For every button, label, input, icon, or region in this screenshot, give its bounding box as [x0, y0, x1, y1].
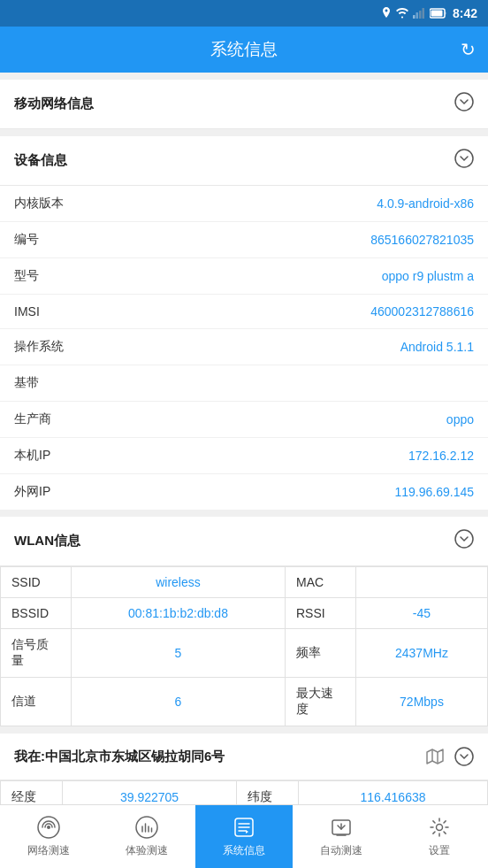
- device-info-row: IMSI460002312788616: [0, 295, 488, 329]
- svg-point-11: [455, 748, 473, 765]
- device-info-row: 型号oppo r9 plustm a: [0, 258, 488, 295]
- device-row-value: 460002312788616: [370, 304, 474, 319]
- rssi-value: -45: [355, 598, 487, 629]
- mobile-network-header[interactable]: 移动网络信息: [0, 80, 488, 129]
- device-info-chevron[interactable]: [454, 149, 474, 173]
- location-chevron-icon[interactable]: [454, 747, 474, 766]
- device-row-label: 生产商: [14, 411, 76, 427]
- wlan-table: SSID wireless MAC BSSID 00:81:1b:b2:db:d…: [0, 566, 488, 726]
- nav-label-system-info: 系统信息: [223, 843, 265, 858]
- svg-point-7: [455, 150, 473, 167]
- device-info-row: 生产商oppo: [0, 402, 488, 438]
- content-area: 移动网络信息 设备信息 内核版本4.0.9-android-x86编号86516…: [0, 80, 488, 868]
- status-icons: [381, 7, 447, 19]
- signal-label: 信号质量: [1, 629, 72, 678]
- header-title: 系统信息: [210, 38, 278, 61]
- experience-test-icon: [134, 815, 159, 840]
- bottom-nav: 网络测速 体验测速 系统信息 自动测速 设置: [0, 804, 488, 868]
- wlan-chevron[interactable]: [454, 529, 474, 553]
- svg-point-22: [436, 825, 442, 831]
- device-info-row: 编号865166027821035: [0, 222, 488, 258]
- nav-item-experience-test[interactable]: 体验测速: [97, 805, 194, 868]
- device-row-value: oppo: [446, 412, 474, 426]
- bssid-label: BSSID: [1, 598, 72, 629]
- wlan-title: WLAN信息: [14, 533, 80, 549]
- device-row-value: 172.16.2.12: [408, 449, 474, 463]
- device-row-value: 119.96.69.145: [394, 485, 474, 499]
- battery-icon: [430, 8, 447, 19]
- nav-label-network-test: 网络测速: [27, 843, 70, 858]
- nav-label-auto-test: 自动测速: [320, 843, 362, 858]
- nav-label-experience-test: 体验测速: [126, 843, 168, 858]
- location-icons-group: [424, 746, 474, 767]
- signal-value: 5: [72, 629, 286, 678]
- nav-item-network-test[interactable]: 网络测速: [0, 805, 97, 868]
- location-header: 我在:中国北京市东城区锡拉胡同6号: [0, 734, 488, 780]
- mobile-network-chevron[interactable]: [454, 92, 474, 116]
- device-info-section: 设备信息 内核版本4.0.9-android-x86编号865166027821…: [0, 136, 488, 510]
- device-row-value: 4.0.9-android-x86: [377, 196, 474, 211]
- location-icon: [381, 7, 392, 19]
- device-info-row: 本机IP172.16.2.12: [0, 438, 488, 474]
- device-info-row: 内核版本4.0.9-android-x86: [0, 186, 488, 222]
- channel-label: 信道: [1, 678, 72, 726]
- nav-item-system-info[interactable]: 系统信息: [195, 805, 293, 868]
- svg-rect-2: [419, 11, 422, 19]
- signal-icon: [413, 8, 425, 19]
- device-row-label: 基带: [14, 375, 76, 391]
- settings-icon: [427, 815, 452, 840]
- svg-rect-0: [413, 15, 416, 19]
- svg-point-13: [47, 826, 50, 829]
- device-row-value: 865166027821035: [370, 233, 474, 247]
- device-info-rows: 内核版本4.0.9-android-x86编号865166027821035型号…: [0, 186, 488, 510]
- device-row-label: 内核版本: [14, 196, 76, 211]
- wlan-bssid-row: BSSID 00:81:1b:b2:db:d8 RSSI -45: [1, 598, 488, 629]
- device-row-label: 本机IP: [14, 448, 76, 464]
- map-icon[interactable]: [424, 746, 446, 767]
- freq-label: 频率: [285, 629, 355, 678]
- location-title: 我在:中国北京市东城区锡拉胡同6号: [14, 749, 225, 765]
- channel-value: 6: [72, 678, 286, 726]
- nav-label-settings: 设置: [429, 843, 450, 858]
- bssid-value: 00:81:1b:b2:db:d8: [72, 598, 286, 629]
- mobile-network-title: 移动网络信息: [14, 96, 94, 112]
- ssid-value: wireless: [72, 567, 286, 598]
- svg-rect-3: [422, 8, 424, 19]
- device-row-value: Android 5.1.1: [400, 340, 474, 354]
- device-info-row: 基带: [0, 365, 488, 402]
- device-row-label: IMSI: [14, 304, 76, 319]
- svg-rect-5: [431, 11, 442, 17]
- mac-label: MAC: [285, 567, 355, 598]
- svg-point-6: [455, 93, 473, 111]
- device-row-label: 外网IP: [14, 484, 76, 500]
- mobile-network-section: 移动网络信息: [0, 80, 488, 129]
- ssid-label: SSID: [1, 567, 72, 598]
- wlan-ssid-row: SSID wireless MAC: [1, 567, 488, 598]
- status-time: 8:42: [453, 6, 477, 20]
- device-row-label: 操作系统: [14, 339, 76, 355]
- wlan-signal-row: 信号质量 5 频率 2437MHz: [1, 629, 488, 678]
- nav-item-auto-test[interactable]: 自动测速: [293, 805, 390, 868]
- device-row-value: oppo r9 plustm a: [382, 269, 474, 283]
- app-header: 系统信息 ↻: [0, 27, 488, 73]
- system-info-icon: [232, 815, 256, 840]
- device-row-label: 型号: [14, 268, 76, 284]
- svg-point-14: [136, 817, 157, 838]
- svg-point-8: [455, 530, 473, 548]
- auto-test-icon: [329, 815, 354, 840]
- rssi-label: RSSI: [285, 598, 355, 629]
- status-bar: 8:42: [0, 0, 488, 27]
- device-row-label: 编号: [14, 232, 76, 248]
- refresh-button[interactable]: ↻: [461, 39, 476, 60]
- device-info-title: 设备信息: [14, 152, 67, 169]
- maxspeed-label: 最大速度: [285, 678, 355, 726]
- maxspeed-value: 72Mbps: [355, 678, 487, 726]
- network-test-icon: [36, 815, 61, 840]
- device-info-header[interactable]: 设备信息: [0, 136, 488, 186]
- svg-rect-1: [416, 12, 418, 19]
- mac-value: [355, 567, 487, 598]
- nav-item-settings[interactable]: 设置: [391, 805, 488, 868]
- device-info-row: 操作系统Android 5.1.1: [0, 329, 488, 365]
- wlan-header[interactable]: WLAN信息: [0, 517, 488, 566]
- wlan-channel-row: 信道 6 最大速度 72Mbps: [1, 678, 488, 726]
